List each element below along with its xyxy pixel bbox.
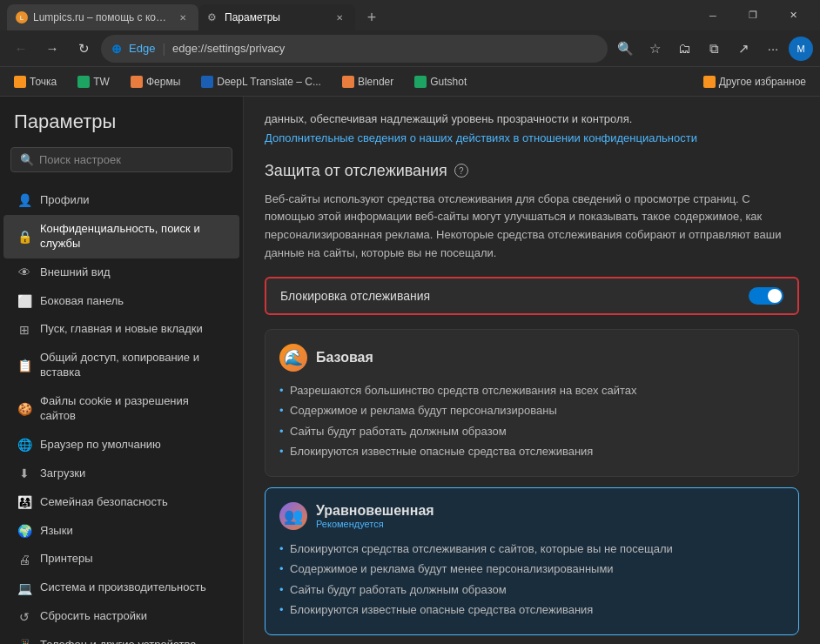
bullet-basic-4: Блокируются известные опасные средства о…	[279, 441, 784, 462]
bullet-basic-3: Сайты будут работать должным образом	[279, 421, 784, 442]
tab-strip: L Lumpics.ru – помощь с компью... ✕ ⚙ Па…	[7, 0, 693, 30]
option-card-balanced[interactable]: 👥 Уравновешенная Рекомендуется Блокируют…	[265, 487, 799, 635]
browser-icon: 🌐	[17, 438, 31, 452]
edge-label: Edge	[129, 42, 155, 55]
tab-close-lumpics[interactable]: ✕	[176, 10, 190, 24]
bookmarks-bar: Точка TW Фермы DeepL Translate – C... Bl…	[0, 67, 820, 97]
sidebar-item-sharing[interactable]: 📋 Общий доступ, копирование и вставка	[3, 344, 239, 387]
edge-logo-icon: ⊕	[111, 42, 122, 56]
address-bar[interactable]: ⊕ Edge | edge://settings/privacy	[101, 35, 608, 63]
profiles-icon: 👤	[17, 193, 31, 207]
option-icon-basic: 🌊	[279, 344, 307, 372]
bookmark-label-tochka: Точка	[30, 76, 57, 88]
option-bullets-basic: Разрешаются большинство средств отслежив…	[279, 380, 784, 462]
sidebar-item-privacy[interactable]: 🔒 Конфиденциальность, поиск и службы	[3, 215, 239, 258]
toolbar: ← → ↻ ⊕ Edge | edge://settings/privacy 🔍…	[0, 30, 820, 67]
bookmark-tochka[interactable]: Точка	[7, 73, 64, 91]
bookmark-label-fermy: Фермы	[146, 76, 180, 88]
sidebar-item-reset[interactable]: ↺ Сбросить настройки	[3, 602, 239, 631]
favorites-button[interactable]: ☆	[641, 35, 669, 63]
sidebar-icon: ⬜	[17, 294, 31, 308]
bookmark-gutshot[interactable]: Gutshot	[407, 73, 474, 91]
sidebar-item-label-sharing: Общий доступ, копирование и вставка	[40, 351, 225, 380]
sidebar-item-system[interactable]: 💻 Система и производительность	[3, 574, 239, 602]
sidebar-item-label-reset: Сбросить настройки	[40, 609, 225, 624]
sidebar-item-label-system: Система и производительность	[40, 580, 225, 595]
tab-close-settings[interactable]: ✕	[333, 10, 346, 24]
back-button[interactable]: ←	[7, 35, 35, 63]
tracking-toggle[interactable]	[749, 287, 783, 305]
sidebar-item-appearance[interactable]: 👁 Внешний вид	[3, 258, 239, 287]
toggle-knob	[768, 289, 782, 303]
sidebar-item-newtab[interactable]: ⊞ Пуск, главная и новые вкладки	[3, 315, 239, 344]
sidebar-item-browser[interactable]: 🌐 Браузер по умолчанию	[3, 431, 239, 460]
bookmark-fermy[interactable]: Фермы	[124, 73, 187, 91]
option-card-basic[interactable]: 🌊 Базовая Разрешаются большинство средст…	[265, 329, 799, 477]
content-area: данных, обеспечивая надлежащий уровень п…	[244, 97, 820, 644]
bookmark-icon-tw	[77, 76, 90, 88]
close-button[interactable]: ✕	[773, 0, 813, 30]
bookmark-icon-gutshot	[414, 76, 427, 88]
bookmark-label-other: Другое избранное	[719, 76, 806, 88]
search-box[interactable]: 🔍	[10, 147, 232, 172]
privacy-link[interactable]: Дополнительные сведения о наших действия…	[265, 131, 799, 144]
sharing-icon: 📋	[17, 359, 31, 372]
profile-icon[interactable]: M	[789, 37, 813, 61]
sidebar-item-profiles[interactable]: 👤 Профили	[3, 186, 239, 215]
new-tab-button[interactable]: +	[359, 4, 385, 30]
sidebar: Параметры 🔍 👤 Профили 🔒 Конфиденциальнос…	[0, 97, 244, 644]
search-icon: 🔍	[20, 153, 34, 166]
sidebar-item-label-downloads: Загрузки	[40, 466, 225, 481]
bookmark-icon-deepl	[201, 76, 213, 88]
more-button[interactable]: ···	[759, 35, 787, 63]
maximize-button[interactable]: ❐	[733, 0, 773, 30]
bookmark-deepl[interactable]: DeepL Translate – C...	[194, 73, 328, 91]
sidebar-item-label-cookies: Файлы cookie и разрешения сайтов	[40, 394, 225, 424]
bookmark-label-tw: TW	[93, 76, 110, 88]
bullet-basic-2: Содержимое и реклама будут персонализиро…	[279, 400, 784, 421]
cookies-icon: 🍪	[17, 402, 31, 416]
option-header-basic: 🌊 Базовая	[279, 344, 784, 372]
option-bullets-balanced: Блокируются средства отслеживания с сайт…	[279, 539, 784, 621]
sidebar-item-cookies[interactable]: 🍪 Файлы cookie и разрешения сайтов	[3, 387, 239, 431]
sidebar-item-label-phone: Телефон и другие устройства	[40, 638, 225, 644]
sidebar-item-label-appearance: Внешний вид	[40, 265, 225, 280]
bookmark-blender[interactable]: Blender	[335, 73, 400, 91]
sidebar-item-sidebar[interactable]: ⬜ Боковая панель	[3, 287, 239, 316]
sidebar-item-downloads[interactable]: ⬇ Загрузки	[3, 460, 239, 488]
sidebar-item-languages[interactable]: 🌍 Языки	[3, 517, 239, 546]
bookmark-other[interactable]: Другое избранное	[696, 73, 813, 91]
collections-button[interactable]: 🗂	[670, 35, 698, 63]
search-input[interactable]	[39, 153, 223, 166]
help-icon[interactable]: ?	[454, 164, 468, 178]
sidebar-item-label-family: Семейная безопасность	[40, 495, 225, 510]
tab-title-settings: Параметры	[225, 11, 327, 23]
bookmark-label-deepl: DeepL Translate – C...	[217, 76, 321, 88]
bullet-basic-1: Разрешаются большинство средств отслежив…	[279, 380, 784, 401]
bookmark-icon-fermy	[131, 76, 143, 88]
sidebar-item-label-languages: Языки	[40, 524, 225, 539]
bookmark-icon-other	[703, 76, 716, 88]
splitscreen-button[interactable]: ⧉	[700, 35, 728, 63]
section-header: Защита от отслеживания ?	[265, 162, 799, 180]
option-header-balanced: 👥 Уравновешенная Рекомендуется	[279, 502, 784, 530]
refresh-button[interactable]: ↻	[70, 35, 97, 63]
forward-button[interactable]: →	[38, 35, 66, 63]
minimize-button[interactable]: ─	[693, 0, 733, 30]
tab-settings[interactable]: ⚙ Параметры ✕	[198, 4, 355, 30]
address-text: edge://settings/privacy	[172, 42, 597, 55]
bookmark-icon-blender	[342, 76, 354, 88]
search-button[interactable]: 🔍	[611, 35, 639, 63]
bullet-balanced-1: Блокируются средства отслеживания с сайт…	[279, 539, 784, 560]
sidebar-item-printers[interactable]: 🖨 Принтеры	[3, 545, 239, 574]
bookmark-tw[interactable]: TW	[71, 73, 117, 91]
sidebar-item-family[interactable]: 👨‍👩‍👧 Семейная безопасность	[3, 488, 239, 517]
sidebar-title: Параметры	[0, 111, 243, 147]
sidebar-item-label-profiles: Профили	[40, 193, 225, 208]
sidebar-item-phone[interactable]: 📱 Телефон и другие устройства	[3, 631, 239, 644]
tab-lumpics[interactable]: L Lumpics.ru – помощь с компью... ✕	[7, 4, 198, 30]
tab-settings-icon: ⚙	[207, 11, 219, 23]
share-button[interactable]: ↗	[729, 35, 757, 63]
sidebar-item-label-newtab: Пуск, главная и новые вкладки	[40, 322, 225, 337]
toolbar-right-buttons: 🔍 ☆ 🗂 ⧉ ↗ ··· M	[611, 35, 813, 63]
